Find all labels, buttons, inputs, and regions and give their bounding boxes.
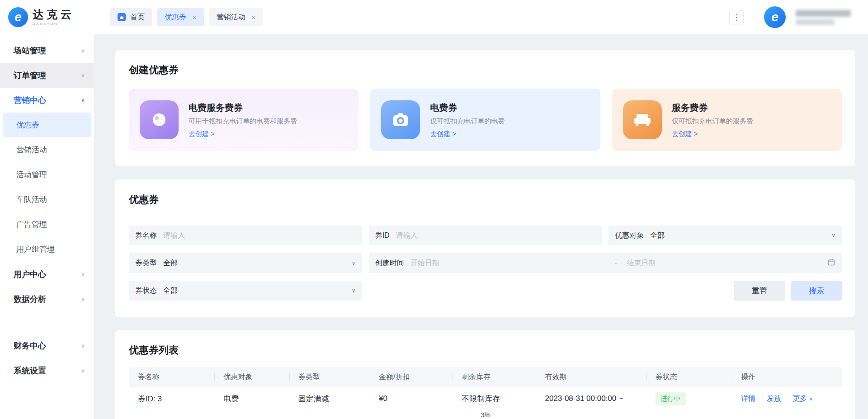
sidebar-subitem-label: 用户组管理 [16,244,55,254]
cell-actions: 详情 发放 更多 ∨ [732,387,842,410]
camera-icon [381,100,420,139]
promo-title: 服务费券 [672,102,753,114]
more-link[interactable]: 更多 [793,394,807,404]
created-time-range-picker[interactable]: 创建时间 开始日期 - 结束日期 [369,253,842,273]
chevron-down-icon: ∨ [831,232,835,239]
promo-desc: 仅可抵扣充电订单的服务费 [672,117,753,126]
close-icon[interactable]: × [252,14,256,21]
action-separator [761,395,761,402]
tab-marketing[interactable]: 营销活动 × [209,8,263,26]
sidebar-item-activity-mgmt[interactable]: 活动管理 [0,162,94,187]
coupon-status-select[interactable]: 券状态 全部 ∨ [129,281,362,301]
sidebar-item-coupon[interactable]: 优惠券 [3,113,91,137]
col-header-type: 券类型 [289,367,370,387]
coupon-table: 券名称 优惠对象 券类型 金额/折扣 剩余库存 有效期 券状态 操作 券ID: … [129,367,842,410]
discount-target-value: 全部 [650,231,831,240]
promo-text: 服务费券 仅可抵扣充电订单的服务费 去创建 > [672,102,753,138]
promo-row: 电费服务费券 可用于抵扣充电订单的电费和服务费 去创建 > 电费券 仅可抵扣充电… [129,89,842,151]
filter-grid-gap [369,281,602,301]
start-date-placeholder[interactable]: 开始日期 [410,259,611,268]
sidebar-item-ad-mgmt[interactable]: 广告管理 [0,212,94,237]
coupon-id-input[interactable] [396,231,596,240]
tab-home[interactable]: 首页 [110,8,152,26]
coupon-status-label: 券状态 [135,286,157,296]
sidebar-subitem-label: 广告管理 [16,219,47,230]
action-separator [787,395,787,402]
promo-card-electric-fee[interactable]: 电费券 仅可抵扣充电订单的电费 去创建 > [370,89,600,151]
promo-title: 电费券 [430,102,505,114]
coupon-filter-section: 优惠券 券名称 券ID 优惠对象 全部 ∨ 券类型 全部 [115,179,855,317]
tab-coupon-label: 优惠券 [165,13,186,22]
cell-type: 固定满减 [289,387,370,410]
discount-target-select[interactable]: 优惠对象 全部 ∨ [609,226,842,245]
date-range-separator: - [614,259,617,267]
coupon-type-label: 券类型 [135,259,157,268]
chevron-down-icon: ∨ [81,271,85,278]
topbar-right: ⋮ e [729,6,868,28]
user-meta [796,10,851,25]
promo-text: 电费券 仅可抵扣充电订单的电费 去创建 > [430,102,505,138]
detail-link[interactable]: 详情 [741,394,755,404]
user-avatar[interactable]: e [764,6,786,28]
topbar-divider [754,9,754,26]
table-header-row: 券名称 优惠对象 券类型 金额/折扣 剩余库存 有效期 券状态 操作 [129,367,842,387]
sidebar-item-fleet-activity[interactable]: 车队活动 [0,187,94,212]
issue-link[interactable]: 发放 [767,394,781,404]
sidebar-item-label: 订单管理 [14,70,46,81]
go-create-link[interactable]: 去创建 > [189,130,297,138]
coupon-name-input[interactable] [163,231,356,240]
topbar: e 达克云 DAKEYUN 首页 优惠券 × 营销活动 × ⋮ [0,0,868,34]
create-coupon-section: 创建优惠券 电费服务费券 可用于抵扣充电订单的电费和服务费 去创建 > [115,50,855,166]
home-icon [118,13,126,21]
sidebar-item-finance-center[interactable]: 财务中心 ∨ [0,333,94,358]
status-badge: 进行中 [656,392,686,405]
sidebar-item-marketing-activity[interactable]: 营销活动 [0,137,94,162]
go-create-link[interactable]: 去创建 > [672,130,753,138]
sidebar-item-system-settings[interactable]: 系统设置 ∨ [0,358,94,383]
sidebar-item-data-analysis[interactable]: 数据分析 ∨ [0,287,94,311]
coupon-type-select[interactable]: 券类型 全部 ∨ [129,253,362,273]
created-time-label: 创建时间 [375,259,404,268]
col-header-target: 优惠对象 [214,367,289,387]
sidebar-item-station-mgmt[interactable]: 场站管理 ∨ [0,38,94,63]
cell-coupon-name: 券ID: 3 [129,387,214,410]
promo-card-service-fee[interactable]: 服务费券 仅可抵扣充电订单的服务费 去创建 > [612,89,842,151]
end-date-placeholder[interactable]: 结束日期 [621,259,828,268]
more-menu-button[interactable]: ⋮ [729,10,744,24]
promo-card-electric-service-fee[interactable]: 电费服务费券 可用于抵扣充电订单的电费和服务费 去创建 > [129,89,359,151]
sidebar-item-user-center[interactable]: 用户中心 ∨ [0,262,94,287]
coupon-name-field[interactable]: 券名称 [129,226,362,245]
sphere-icon [140,100,179,139]
promo-desc: 可用于抵扣充电订单的电费和服务费 [189,117,297,126]
cell-status: 进行中 [646,387,732,410]
coupon-list-section: 优惠券列表 券名称 优惠对象 券类型 金额/折扣 剩余库存 有效期 券状态 操作… [115,330,855,419]
coupon-name-label: 券名称 [135,231,157,240]
search-button[interactable]: 搜索 [791,281,842,301]
reset-button[interactable]: 重置 [734,281,785,301]
tab-marketing-label: 营销活动 [217,13,245,22]
close-icon[interactable]: × [193,14,197,21]
tab-coupon[interactable]: 优惠券 × [157,8,204,26]
sidebar-item-marketing-center[interactable]: 营销中心 ∧ [0,88,94,113]
sidebar-item-label: 用户中心 [14,269,46,280]
promo-title: 电费服务费券 [189,102,297,114]
section-title-list: 优惠券列表 [129,344,842,357]
sofa-icon [623,100,662,139]
go-create-link[interactable]: 去创建 > [430,130,505,138]
col-header-validity: 有效期 [536,367,646,387]
coupon-id-field[interactable]: 券ID [369,226,602,245]
sidebar-subitem-label: 活动管理 [16,169,47,180]
user-phone-redacted [796,19,835,25]
pagination-indicator[interactable]: 3/8 [129,411,842,419]
brand-name: 达克云 [33,9,75,20]
sidebar-item-label: 财务中心 [14,340,46,351]
brand-subtitle: DAKEYUN [33,22,75,26]
sidebar-item-order-mgmt[interactable]: 订单管理 ∨ [0,63,94,88]
col-header-status: 券状态 [646,367,732,387]
discount-target-label: 优惠对象 [615,231,644,240]
section-title-filter: 优惠券 [129,193,842,207]
brand-logo-icon: e [8,7,28,27]
sidebar-subitem-label: 车队活动 [16,194,47,205]
sidebar-item-usergroup-mgmt[interactable]: 用户组管理 [0,237,94,262]
chevron-up-icon: ∧ [81,97,85,104]
